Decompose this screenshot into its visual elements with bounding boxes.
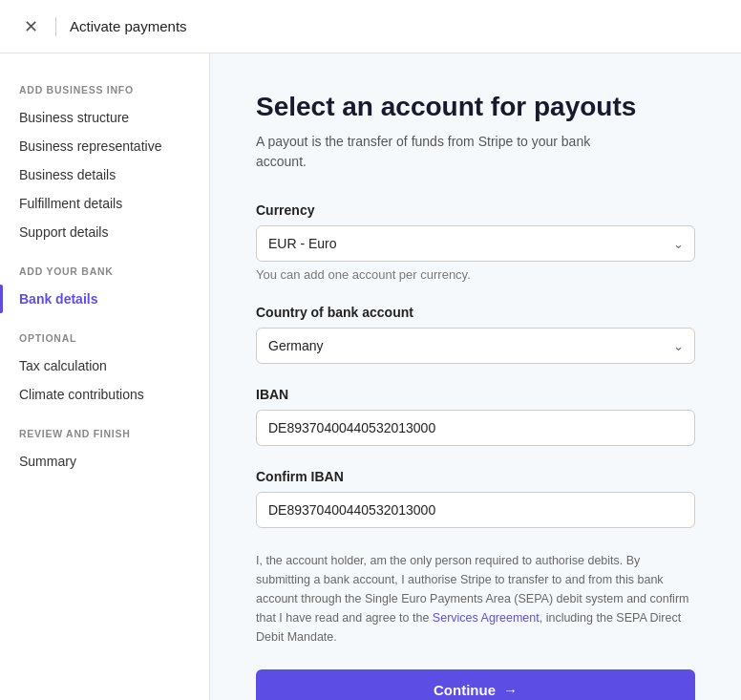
country-label: Country of bank account xyxy=(256,305,695,320)
sidebar-item-tax-calculation[interactable]: Tax calculation xyxy=(0,351,209,380)
currency-hint: You can add one account per currency. xyxy=(256,267,695,282)
country-select-wrapper: Germany France Netherlands Spain Italy ⌄ xyxy=(256,328,695,364)
sidebar-section-optional: OPTIONAL xyxy=(0,332,209,351)
sidebar-item-bank-details[interactable]: Bank details xyxy=(0,285,209,313)
sidebar-item-business-representative[interactable]: Business representative xyxy=(0,132,209,160)
sidebar-item-summary[interactable]: Summary xyxy=(0,447,209,476)
currency-label: Currency xyxy=(256,202,695,218)
main-content: Select an account for payouts A payout i… xyxy=(210,53,741,700)
legal-text: I, the account holder, am the only perso… xyxy=(256,551,695,647)
confirm-iban-field-group: Confirm IBAN xyxy=(256,469,695,528)
confirm-iban-input[interactable] xyxy=(256,492,695,528)
sidebar-item-support-details[interactable]: Support details xyxy=(0,218,209,246)
top-bar: ✕ Activate payments xyxy=(0,0,741,53)
close-button[interactable]: ✕ xyxy=(19,15,42,38)
sidebar-item-climate-contributions[interactable]: Climate contributions xyxy=(0,380,209,409)
iban-input[interactable] xyxy=(256,410,695,446)
iban-label: IBAN xyxy=(256,387,695,402)
services-agreement-link[interactable]: Services Agreement xyxy=(433,611,540,625)
main-layout: ADD BUSINESS INFO Business structure Bus… xyxy=(0,53,741,700)
top-bar-title: Activate payments xyxy=(70,18,187,34)
sidebar: ADD BUSINESS INFO Business structure Bus… xyxy=(0,53,210,700)
confirm-iban-label: Confirm IBAN xyxy=(256,469,695,484)
country-field-group: Country of bank account Germany France N… xyxy=(256,305,695,364)
country-select[interactable]: Germany France Netherlands Spain Italy xyxy=(256,328,695,364)
divider xyxy=(55,17,56,36)
sidebar-section-add-your-bank: ADD YOUR BANK xyxy=(0,265,209,285)
currency-select-wrapper: EUR - Euro USD - US Dollar GBP - British… xyxy=(256,225,695,262)
currency-select[interactable]: EUR - Euro USD - US Dollar GBP - British… xyxy=(256,225,695,262)
sidebar-section-add-business-info: ADD BUSINESS INFO xyxy=(0,84,209,103)
continue-button[interactable]: Continue → xyxy=(256,669,695,700)
sidebar-item-fulfillment-details[interactable]: Fulfillment details xyxy=(0,189,209,218)
sidebar-item-business-details[interactable]: Business details xyxy=(0,160,209,189)
sidebar-item-business-structure[interactable]: Business structure xyxy=(0,103,209,132)
page-title: Select an account for payouts xyxy=(256,92,695,122)
currency-field-group: Currency EUR - Euro USD - US Dollar GBP … xyxy=(256,202,695,282)
continue-arrow-icon: → xyxy=(503,682,518,698)
page-subtitle: A payout is the transfer of funds from S… xyxy=(256,132,628,172)
iban-field-group: IBAN xyxy=(256,387,695,446)
continue-button-label: Continue xyxy=(434,682,496,698)
sidebar-section-review-and-finish: REVIEW AND FINISH xyxy=(0,428,209,447)
